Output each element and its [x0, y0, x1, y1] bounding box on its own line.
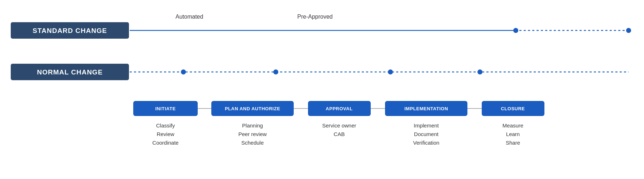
diagram-container: Automated Pre-Approved STANDARD CHANGE N…	[0, 0, 644, 179]
svg-point-4	[626, 28, 631, 33]
svg-text:APPROVAL: APPROVAL	[326, 106, 352, 111]
svg-text:Learn: Learn	[506, 131, 520, 137]
svg-text:Peer review: Peer review	[238, 131, 266, 137]
svg-point-10	[477, 69, 482, 74]
standard-change-label: STANDARD CHANGE	[33, 27, 107, 34]
svg-text:Review: Review	[157, 131, 174, 137]
svg-rect-0	[11, 22, 129, 39]
automated-label: Automated	[176, 14, 203, 20]
svg-rect-11	[133, 101, 198, 116]
svg-rect-20	[385, 101, 467, 116]
preapproved-label: Pre-Approved	[297, 14, 333, 20]
svg-rect-23	[482, 101, 544, 116]
svg-text:Document: Document	[414, 131, 439, 137]
svg-text:Planning: Planning	[242, 122, 263, 129]
svg-text:Measure: Measure	[503, 122, 523, 129]
svg-text:CLOSURE: CLOSURE	[501, 106, 525, 111]
svg-text:Service owner: Service owner	[322, 122, 356, 129]
svg-text:CAB: CAB	[334, 131, 345, 137]
svg-point-2	[513, 28, 518, 33]
svg-text:Schedule: Schedule	[241, 140, 264, 146]
svg-rect-5	[11, 64, 129, 80]
normal-change-label: NORMAL CHANGE	[37, 68, 103, 76]
svg-text:Share: Share	[506, 140, 520, 146]
svg-point-7	[181, 69, 186, 74]
svg-text:Implement: Implement	[414, 122, 439, 129]
svg-text:PLAN AND AUTHORIZE: PLAN AND AUTHORIZE	[225, 106, 280, 111]
svg-text:INITIATE: INITIATE	[155, 106, 176, 111]
svg-rect-14	[211, 101, 294, 116]
svg-rect-17	[308, 101, 371, 116]
svg-text:IMPLEMENTATION: IMPLEMENTATION	[404, 106, 448, 111]
svg-point-8	[273, 69, 278, 74]
svg-text:Classify: Classify	[156, 122, 175, 129]
svg-text:Verification: Verification	[413, 140, 439, 146]
svg-point-9	[388, 69, 393, 74]
svg-text:Coordinate: Coordinate	[152, 140, 178, 146]
